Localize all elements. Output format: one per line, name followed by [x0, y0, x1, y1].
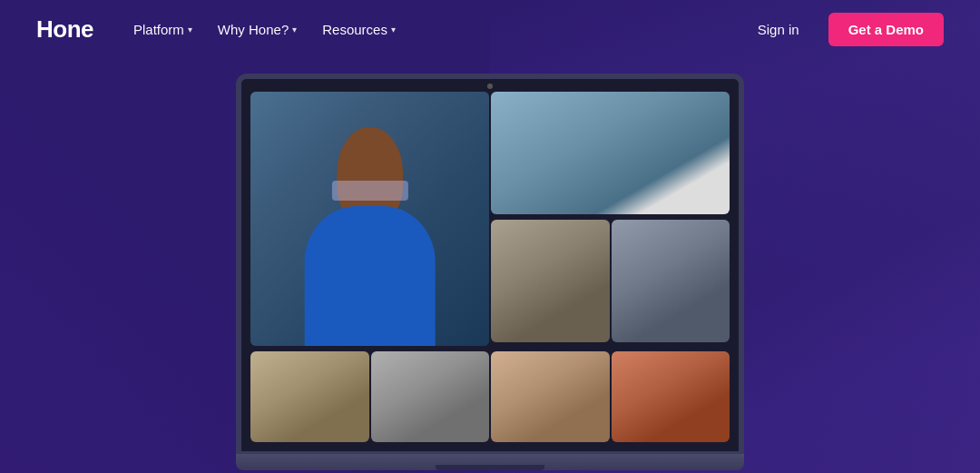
video-grid-top — [241, 79, 739, 351]
participant-5-video — [371, 351, 490, 442]
video-cell-b4 — [612, 351, 730, 442]
get-demo-button[interactable]: Get a Demo — [828, 13, 944, 46]
presenter-glasses — [331, 181, 407, 201]
video-cell-tr3 — [612, 220, 730, 342]
video-cell-presenter — [250, 92, 489, 346]
nav-resources-chevron-icon: ▾ — [391, 25, 396, 34]
presenter-shirt — [304, 206, 436, 346]
video-grid-bottom — [241, 351, 739, 451]
participant-3-video — [612, 220, 730, 342]
video-cell-b2 — [371, 351, 490, 442]
nav-resources[interactable]: Resources ▾ — [311, 15, 407, 44]
nav-links: Platform ▾ Why Hone? ▾ Resources ▾ — [122, 15, 747, 44]
hero-section: Live learning at scale — [0, 59, 980, 473]
video-cell-b1 — [250, 351, 369, 442]
video-cell-tr2 — [491, 220, 610, 342]
nav-platform-chevron-icon: ▾ — [188, 25, 192, 34]
nav-why-hone-label: Why Hone? — [218, 22, 289, 37]
video-cell-b3 — [491, 351, 610, 442]
nav-resources-label: Resources — [322, 22, 387, 37]
video-cell-tr1 — [491, 92, 730, 214]
laptop-mockup — [236, 74, 744, 470]
participant-7-video — [612, 351, 730, 442]
participant-4-video — [250, 351, 369, 442]
nav-actions: Sign in Get a Demo — [747, 13, 944, 46]
participant-6-video — [491, 351, 610, 442]
sign-in-button[interactable]: Sign in — [747, 15, 810, 44]
presenter-background — [250, 92, 489, 346]
laptop-base — [236, 454, 744, 470]
nav-why-hone[interactable]: Why Hone? ▾ — [207, 15, 308, 44]
laptop-screen — [236, 74, 744, 454]
participant-1-video — [491, 92, 730, 214]
nav-why-hone-chevron-icon: ▾ — [292, 25, 297, 34]
nav-platform[interactable]: Platform ▾ — [122, 15, 203, 44]
navigation: Hone Platform ▾ Why Hone? ▾ Resources ▾ … — [0, 0, 980, 59]
participant-2-video — [491, 220, 610, 342]
nav-platform-label: Platform — [133, 22, 184, 37]
logo[interactable]: Hone — [36, 15, 93, 44]
